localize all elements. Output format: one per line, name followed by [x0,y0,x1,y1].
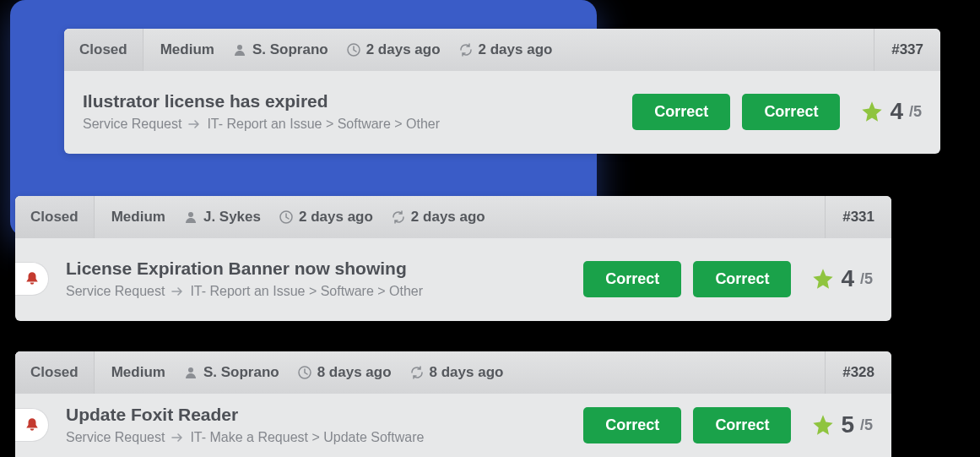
ticket-card[interactable]: Closed Medium J. Sykes 2 days ago 2 days… [15,196,891,321]
ticket-id: #331 [825,196,891,238]
rating: 4/5 [811,265,873,292]
star-icon [811,267,835,291]
notification-indicator[interactable] [15,408,49,442]
ticket-id: #328 [825,351,891,394]
updated-text: 2 days ago [479,41,553,58]
created-text: 2 days ago [299,209,373,226]
rating-value: 4 [890,98,903,125]
ticket-type: Service Request [66,284,165,299]
title-block: License Expiration Banner now showing Se… [66,258,571,299]
assignee-name: J. Sykes [203,209,261,226]
refresh-icon [410,366,424,379]
breadcrumb: Service Request IT- Make a Request > Upd… [66,430,571,445]
status-badge: Closed [15,351,95,394]
correct-button[interactable]: Correct [583,261,681,297]
status-text: Closed [79,41,127,58]
updated-text: 2 days ago [411,209,485,226]
clock-icon [298,366,311,379]
bell-icon [24,417,40,433]
ticket-header: Closed Medium J. Sykes 2 days ago 2 days… [15,196,891,238]
refresh-icon [392,210,405,224]
refresh-icon [459,43,473,57]
star-icon [860,100,884,123]
svg-point-0 [237,45,242,50]
star-icon [811,413,835,437]
user-icon [184,366,198,379]
status-text: Closed [30,209,79,226]
ticket-type: Service Request [83,117,181,132]
arrow-right-icon [171,286,183,297]
rating-max: /5 [909,103,922,121]
correct-button[interactable]: Correct [632,94,730,130]
status-badge: Closed [64,29,143,71]
ticket-type: Service Request [66,430,165,445]
ticket-title: Update Foxit Reader [66,405,571,425]
title-block: Ilustrator license has expired Service R… [83,91,620,132]
assignee: S. Soprano [233,41,328,58]
arrow-right-icon [188,119,200,129]
created-time: 2 days ago [279,209,373,226]
ticket-title: License Expiration Banner now showing [66,258,571,279]
ticket-title: Ilustrator license has expired [83,91,620,112]
rating-max: /5 [860,416,873,434]
updated-time: 8 days ago [410,364,504,381]
created-text: 2 days ago [366,41,441,58]
created-time: 8 days ago [298,364,392,381]
rating-max: /5 [860,270,873,288]
user-icon [184,210,198,224]
ticket-meta: Medium S. Soprano 2 days ago 2 days ago [143,29,874,71]
ticket-category: IT- Report an Issue > Software > Other [207,117,440,132]
correct-button[interactable]: Correct [583,407,681,443]
priority: Medium [111,364,165,381]
status-text: Closed [30,364,79,381]
correct-button[interactable]: Correct [742,94,840,130]
svg-point-2 [188,212,193,217]
rating: 4/5 [860,98,922,125]
status-badge: Closed [15,196,95,238]
assignee: S. Soprano [184,364,279,381]
ticket-body: Update Foxit Reader Service Request IT- … [15,394,891,457]
ticket-body: Ilustrator license has expired Service R… [64,71,940,154]
assignee-name: S. Soprano [203,364,279,381]
created-text: 8 days ago [317,364,392,381]
rating: 5/5 [811,411,873,438]
title-block: Update Foxit Reader Service Request IT- … [66,405,571,445]
ticket-id-text: #337 [891,41,923,58]
updated-time: 2 days ago [392,209,485,226]
priority: Medium [111,209,165,226]
ticket-meta: Medium J. Sykes 2 days ago 2 days ago [95,196,825,238]
ticket-card[interactable]: Closed Medium S. Soprano 8 days ago 8 da… [15,351,891,457]
clock-icon [279,210,293,224]
ticket-category: IT- Report an Issue > Software > Other [190,284,423,299]
ticket-id-text: #331 [842,209,874,226]
ticket-header: Closed Medium S. Soprano 8 days ago 8 da… [15,351,891,394]
rating-value: 5 [841,411,854,438]
ticket-id-text: #328 [842,364,874,381]
clock-icon [347,43,360,57]
assignee: J. Sykes [184,209,261,226]
priority: Medium [160,41,214,58]
ticket-id: #337 [874,29,940,71]
updated-text: 8 days ago [430,364,504,381]
created-time: 2 days ago [347,41,441,58]
rating-value: 4 [841,265,854,292]
ticket-header: Closed Medium S. Soprano 2 days ago 2 da… [64,29,940,71]
user-icon [233,43,246,57]
breadcrumb: Service Request IT- Report an Issue > So… [83,117,620,132]
priority-text: Medium [111,364,165,381]
arrow-right-icon [171,433,183,443]
assignee-name: S. Soprano [252,41,328,58]
correct-button[interactable]: Correct [693,261,791,297]
svg-point-4 [188,367,193,373]
breadcrumb: Service Request IT- Report an Issue > So… [66,284,571,299]
priority-text: Medium [111,209,165,226]
priority-text: Medium [160,41,214,58]
correct-button[interactable]: Correct [693,407,791,443]
ticket-category: IT- Make a Request > Update Software [190,430,424,445]
bell-icon [24,271,40,286]
notification-indicator[interactable] [15,262,49,296]
ticket-body: License Expiration Banner now showing Se… [15,238,891,321]
updated-time: 2 days ago [459,41,553,58]
ticket-card[interactable]: Closed Medium S. Soprano 2 days ago 2 da… [64,29,940,154]
ticket-meta: Medium S. Soprano 8 days ago 8 days ago [95,351,825,394]
